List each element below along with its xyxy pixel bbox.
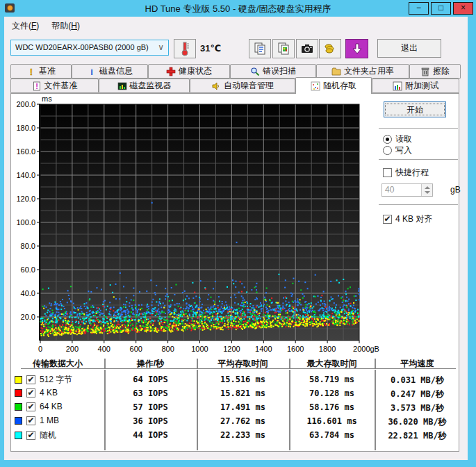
table-cell-iops: 64 IOPS bbox=[104, 375, 197, 384]
capacity-input[interactable]: 40 bbox=[381, 183, 433, 197]
screenshot-button[interactable] bbox=[296, 39, 318, 58]
spinner-down-icon[interactable] bbox=[425, 191, 430, 194]
donate-button[interactable] bbox=[319, 39, 341, 58]
svg-text:200.0: 200.0 bbox=[16, 100, 35, 108]
series-color-swatch bbox=[15, 403, 22, 411]
drive-select[interactable]: WDC WD20EARX-00PASB0 (2000 gB) ∨ bbox=[10, 40, 169, 56]
svg-text:ms: ms bbox=[42, 95, 52, 103]
tab-folder-usage-label: 文件夹占用率 bbox=[344, 65, 394, 77]
copy-image-icon bbox=[277, 42, 290, 56]
tab-row-2: !文件基准磁盘监视器自动噪音管理随机存取附加测试 bbox=[10, 79, 461, 93]
read-radio-label: 读取 bbox=[395, 133, 412, 145]
table-header-2: 平均存取时间 bbox=[197, 358, 289, 370]
table-cell-iops: 44 IOPS bbox=[104, 430, 197, 440]
tab-benchmark[interactable]: !基准 bbox=[10, 64, 72, 79]
table-cell-speed: 0.031 MB/秒 bbox=[375, 375, 460, 386]
benchmark-icon: ! bbox=[26, 67, 36, 76]
svg-text:60.0: 60.0 bbox=[21, 265, 35, 274]
tab-disk-monitor[interactable]: 磁盘监视器 bbox=[99, 79, 190, 93]
exit-button[interactable]: 退出 bbox=[377, 39, 441, 58]
svg-text:!: ! bbox=[30, 67, 33, 76]
align-4kb-checkbox[interactable]: ✔ bbox=[383, 215, 392, 224]
svg-text:200: 200 bbox=[66, 345, 79, 353]
svg-text:i: i bbox=[90, 67, 93, 76]
table-header-1: 操作/秒 bbox=[104, 358, 197, 370]
tab-extra-tests[interactable]: 附加测试 bbox=[372, 79, 459, 93]
update-button[interactable] bbox=[345, 39, 368, 58]
svg-text:180.0: 180.0 bbox=[16, 124, 35, 132]
series-color-swatch bbox=[15, 417, 22, 425]
series-checkbox[interactable]: ✔ bbox=[26, 431, 35, 440]
tab-random-access[interactable]: 随机存取 bbox=[295, 77, 372, 94]
separator bbox=[379, 159, 458, 161]
tab-aam[interactable]: 自动噪音管理 bbox=[190, 79, 295, 93]
write-radio-label: 写入 bbox=[395, 145, 412, 156]
copy-image-button[interactable] bbox=[272, 39, 295, 58]
tab-row-1: !基准i磁盘信息健康状态错误扫描文件夹占用率擦除 bbox=[10, 64, 461, 79]
table-cell-max: 70.128 ms bbox=[289, 388, 375, 398]
table-cell-avg: 22.233 ms bbox=[197, 430, 289, 440]
spinner-up-icon[interactable] bbox=[425, 186, 430, 189]
table-cell-iops: 63 IOPS bbox=[104, 388, 197, 398]
client-area: 文件(F)帮助(H) WDC WD20EARX-00PASB0 (2000 gB… bbox=[4, 17, 468, 460]
table-cell-iops: 57 IOPS bbox=[104, 402, 197, 412]
read-radio-row[interactable]: 读取 bbox=[383, 133, 412, 145]
series-checkbox[interactable]: ✔ bbox=[26, 388, 35, 398]
copy-text-icon bbox=[253, 42, 267, 56]
series-checkbox[interactable]: ✔ bbox=[26, 402, 35, 411]
series-checkbox[interactable]: ✔ bbox=[26, 416, 35, 425]
copy-text-button[interactable] bbox=[249, 39, 271, 58]
write-radio[interactable] bbox=[383, 146, 392, 155]
table-cell-max: 63.784 ms bbox=[289, 430, 375, 440]
svg-text:160.0: 160.0 bbox=[16, 147, 35, 156]
window-controls: − □ × bbox=[409, 2, 473, 15]
tab-extra-tests-label: 附加测试 bbox=[405, 80, 438, 92]
series-color-swatch bbox=[15, 376, 22, 384]
menu-help[interactable]: 帮助(H) bbox=[45, 18, 86, 32]
write-radio-row[interactable]: 写入 bbox=[383, 145, 412, 156]
svg-text:400: 400 bbox=[98, 345, 110, 353]
menu-file[interactable]: 文件(F) bbox=[6, 18, 45, 32]
spinner-buttons[interactable] bbox=[421, 184, 432, 196]
capacity-unit: gB bbox=[450, 185, 461, 195]
tab-disk-info[interactable]: i磁盘信息 bbox=[72, 64, 148, 79]
maximize-button[interactable]: □ bbox=[431, 2, 451, 15]
separator bbox=[379, 128, 458, 129]
short-stroke-checkbox[interactable] bbox=[383, 168, 392, 177]
table-row-legend: ✔1 MB bbox=[15, 416, 59, 425]
svg-text:80.0: 80.0 bbox=[21, 242, 35, 250]
scan-icon bbox=[250, 67, 260, 76]
drive-select-value: WDC WD20EARX-00PASB0 (2000 gB) bbox=[15, 43, 149, 51]
svg-text:0: 0 bbox=[38, 345, 42, 353]
extra-tests-icon bbox=[393, 81, 402, 91]
title-bar[interactable]: HD Tune 专业版 5.50 - 硬盘/固态硬盘实用程序 − □ × bbox=[0, 0, 476, 17]
start-button[interactable]: 开始 bbox=[384, 101, 446, 117]
minimize-button[interactable]: − bbox=[409, 2, 429, 15]
separator bbox=[379, 204, 458, 206]
tab-erase-label: 擦除 bbox=[433, 65, 450, 77]
series-label: 1 MB bbox=[40, 416, 59, 425]
tab-folder-usage[interactable]: 文件夹占用率 bbox=[316, 64, 409, 79]
short-stroke-row[interactable]: 快捷行程 bbox=[383, 167, 429, 179]
table-cell-max: 58.176 ms bbox=[289, 402, 375, 412]
short-stroke-label: 快捷行程 bbox=[395, 167, 429, 179]
table-cell-avg: 15.821 ms bbox=[197, 388, 289, 398]
read-radio[interactable] bbox=[383, 135, 392, 144]
speaker-icon bbox=[211, 81, 221, 91]
capacity-value: 40 bbox=[385, 185, 394, 195]
update-arrow-icon bbox=[350, 42, 364, 56]
series-checkbox[interactable]: ✔ bbox=[26, 375, 35, 384]
tab-erase[interactable]: 擦除 bbox=[409, 64, 461, 79]
close-button[interactable]: × bbox=[453, 2, 473, 15]
svg-text:800: 800 bbox=[161, 345, 174, 353]
menu-bar: 文件(F)帮助(H) bbox=[6, 18, 86, 32]
tab-error-scan[interactable]: 错误扫描 bbox=[230, 64, 316, 79]
temperature-button[interactable] bbox=[174, 39, 196, 58]
svg-text:40.0: 40.0 bbox=[21, 289, 35, 297]
svg-text:1600: 1600 bbox=[287, 345, 304, 353]
align-row[interactable]: ✔ 4 KB 对齐 bbox=[383, 213, 432, 225]
tab-aam-label: 自动噪音管理 bbox=[224, 80, 274, 92]
tab-file-benchmark[interactable]: !文件基准 bbox=[10, 79, 99, 93]
tab-health[interactable]: 健康状态 bbox=[148, 64, 230, 79]
table-row-legend: ✔64 KB bbox=[15, 402, 63, 411]
